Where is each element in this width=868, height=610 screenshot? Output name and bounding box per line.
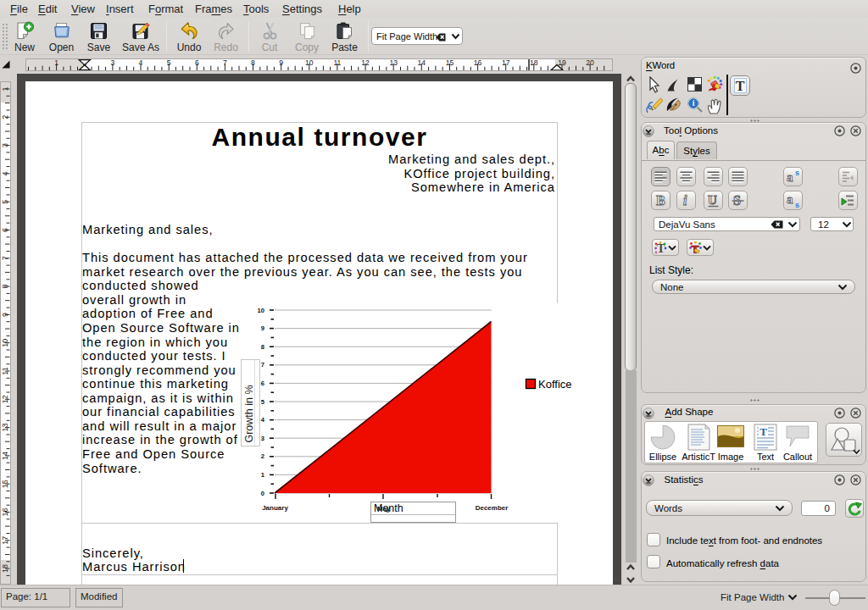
svg-text:0: 0: [261, 490, 264, 497]
svg-text:B: B: [656, 193, 665, 208]
svg-text:January: January: [262, 504, 288, 512]
svg-text:3: 3: [261, 435, 264, 442]
svg-text:s: s: [795, 169, 799, 177]
svg-text:7: 7: [261, 361, 264, 369]
svg-text:i: i: [683, 193, 687, 208]
svg-text:a: a: [787, 192, 793, 206]
svg-text:U: U: [708, 193, 717, 207]
svg-text:i: i: [693, 99, 695, 108]
svg-text:s: s: [795, 201, 799, 209]
svg-text:8: 8: [261, 343, 264, 351]
svg-text:December: December: [476, 504, 509, 512]
svg-text:9: 9: [261, 324, 264, 332]
svg-text:Koffice: Koffice: [538, 378, 572, 391]
svg-text:2: 2: [261, 452, 264, 460]
svg-text:T: T: [760, 425, 767, 438]
svg-text:a: a: [787, 170, 793, 184]
svg-text:10: 10: [258, 307, 264, 314]
svg-text:6: 6: [261, 380, 264, 387]
